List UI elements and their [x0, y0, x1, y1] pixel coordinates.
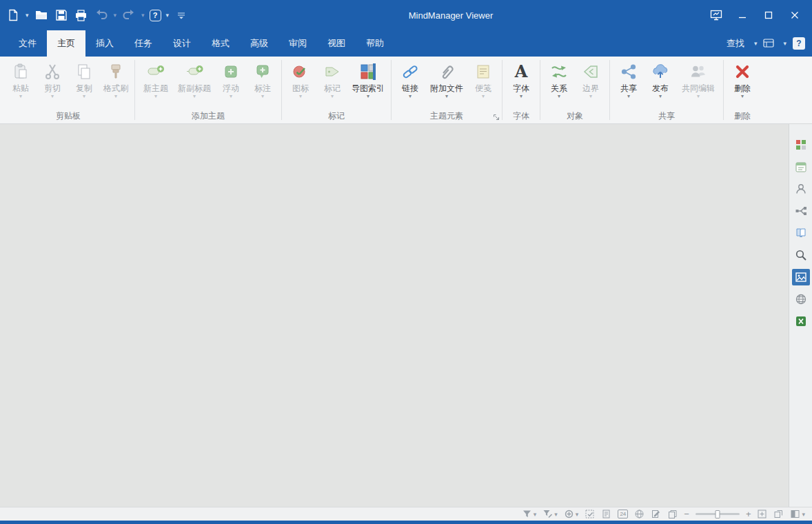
- tab-task[interactable]: 任务: [124, 30, 163, 57]
- delete-button[interactable]: 删除 ▾: [727, 59, 758, 99]
- power-filter-icon[interactable]: ▾: [542, 509, 558, 519]
- minimize-button[interactable]: [731, 6, 754, 25]
- web-icon[interactable]: [634, 509, 644, 519]
- link-icon: [400, 61, 420, 83]
- coedit-button[interactable]: 共同编辑 ▾: [677, 59, 720, 99]
- publish-button[interactable]: 发布 ▾: [645, 59, 676, 99]
- chevron-down-icon: ▾: [534, 511, 537, 518]
- cut-button[interactable]: 剪切 ▾: [37, 59, 68, 99]
- excel-pane-icon[interactable]: [792, 313, 810, 330]
- browser-pane-icon[interactable]: [792, 291, 810, 308]
- chevron-down-icon[interactable]: ▾: [26, 12, 29, 19]
- schedule-icon[interactable]: 24: [618, 510, 628, 518]
- paste-button[interactable]: 粘贴 ▾: [6, 59, 36, 99]
- callout-button[interactable]: 标注 ▾: [247, 59, 278, 99]
- tab-insert[interactable]: 插入: [85, 30, 124, 57]
- filter-icon[interactable]: ▾: [522, 509, 537, 519]
- button-label: 附加文件: [430, 83, 463, 93]
- new-topic-button[interactable]: 新主题 ▾: [139, 59, 173, 99]
- tab-home[interactable]: 主页: [47, 30, 85, 57]
- ribbon-group-objects: 关系 ▾ 边界 ▾ 对象: [540, 57, 609, 123]
- button-label: 粘贴: [12, 83, 29, 93]
- quick-help-icon[interactable]: ?: [150, 10, 161, 21]
- images-pane-icon[interactable]: [792, 269, 810, 285]
- maximize-button[interactable]: [757, 6, 780, 25]
- attachment-button[interactable]: 附加文件 ▾: [427, 59, 467, 99]
- library-pane-icon[interactable]: [792, 225, 810, 241]
- open-icon[interactable]: [34, 8, 49, 23]
- annotate-icon[interactable]: [651, 509, 661, 519]
- chevron-down-icon: ▾: [367, 93, 369, 99]
- tab-view[interactable]: 视图: [317, 30, 356, 57]
- new-subtopic-button[interactable]: 新副标题 ▾: [174, 59, 214, 99]
- new-window-icon[interactable]: [773, 509, 784, 519]
- fit-map-icon[interactable]: [757, 509, 767, 519]
- button-label: 共同编辑: [682, 83, 715, 93]
- feedback-icon[interactable]: [704, 6, 728, 25]
- map-index-button[interactable]: 导图索引 ▾: [349, 59, 387, 99]
- button-label: 新副标题: [178, 83, 211, 93]
- tab-review[interactable]: 审阅: [278, 30, 317, 57]
- tab-format[interactable]: 格式: [201, 30, 240, 57]
- map-canvas[interactable]: [0, 124, 789, 507]
- zoom-in-button[interactable]: +: [746, 510, 751, 518]
- copy-button[interactable]: 复制 ▾: [69, 59, 99, 99]
- zoom-slider-thumb[interactable]: [715, 510, 720, 518]
- view-split-icon[interactable]: ▾: [790, 509, 805, 519]
- redo-icon[interactable]: [121, 8, 136, 23]
- help-icon[interactable]: ?: [793, 37, 805, 50]
- ribbon-layout-icon[interactable]: [763, 38, 777, 49]
- button-label: 复制: [76, 83, 92, 93]
- chevron-down-icon[interactable]: ▾: [141, 12, 145, 19]
- relationship-button[interactable]: 关系 ▾: [544, 59, 574, 99]
- notes-status-icon[interactable]: [601, 509, 611, 519]
- map-index-icon: [358, 61, 378, 83]
- undo-icon[interactable]: [94, 8, 109, 23]
- question-glyph: ?: [153, 11, 158, 19]
- format-painter-icon: [106, 61, 125, 83]
- tag-icon: [323, 61, 342, 83]
- zoom-slider[interactable]: [696, 513, 740, 515]
- zoom-out-button[interactable]: −: [684, 510, 689, 518]
- group-label: 字体: [506, 110, 536, 123]
- group-label: 添加主题: [139, 110, 278, 123]
- notes-button[interactable]: 便笺 ▾: [468, 59, 498, 99]
- task-info-pane-icon[interactable]: [792, 159, 810, 175]
- chevron-down-icon: ▾: [193, 93, 196, 99]
- tab-file[interactable]: 文件: [8, 30, 47, 57]
- new-document-icon[interactable]: [6, 8, 21, 23]
- chevron-down-icon[interactable]: ▾: [166, 12, 170, 19]
- floating-topic-button[interactable]: 浮动 ▾: [216, 59, 246, 99]
- search-pane-icon[interactable]: [792, 247, 810, 263]
- customize-quick-access-icon[interactable]: [174, 8, 189, 23]
- pages-icon[interactable]: [667, 509, 678, 519]
- chevron-down-icon[interactable]: ▾: [754, 40, 758, 47]
- tab-advanced[interactable]: 高级: [240, 30, 278, 57]
- dialog-launcher-icon[interactable]: [493, 114, 500, 121]
- chevron-down-icon: ▾: [802, 511, 805, 518]
- chevron-down-icon[interactable]: ▾: [783, 40, 786, 47]
- tab-design[interactable]: 设计: [163, 30, 201, 57]
- map-index-pane-icon[interactable]: [792, 137, 810, 153]
- font-icon: A: [515, 61, 528, 83]
- tag-button[interactable]: 标记 ▾: [317, 59, 347, 99]
- close-button[interactable]: [783, 6, 806, 25]
- select-icon[interactable]: [585, 509, 595, 519]
- chevron-down-icon[interactable]: ▾: [114, 12, 117, 19]
- share-button[interactable]: 共享 ▾: [613, 59, 644, 99]
- font-button[interactable]: A 字体 ▾: [506, 59, 536, 99]
- resources-pane-icon[interactable]: [792, 181, 810, 197]
- print-icon[interactable]: [74, 8, 89, 23]
- quick-target-icon[interactable]: ▾: [564, 509, 579, 519]
- link-button[interactable]: 链接 ▾: [395, 59, 425, 99]
- map-parts-pane-icon[interactable]: [792, 203, 810, 219]
- boundary-button[interactable]: 边界 ▾: [576, 59, 606, 99]
- find-button[interactable]: 查找: [717, 30, 754, 57]
- save-icon[interactable]: [54, 8, 69, 23]
- format-painter-button[interactable]: 格式刷 ▾: [101, 59, 131, 99]
- tab-help[interactable]: 帮助: [356, 30, 394, 57]
- chevron-down-icon: ▾: [445, 93, 448, 99]
- ribbon-group-delete: 删除 ▾ 删除: [724, 57, 761, 123]
- marker-button[interactable]: 图标 ▾: [285, 59, 316, 99]
- window-title: MindManager Viewer: [212, 10, 689, 21]
